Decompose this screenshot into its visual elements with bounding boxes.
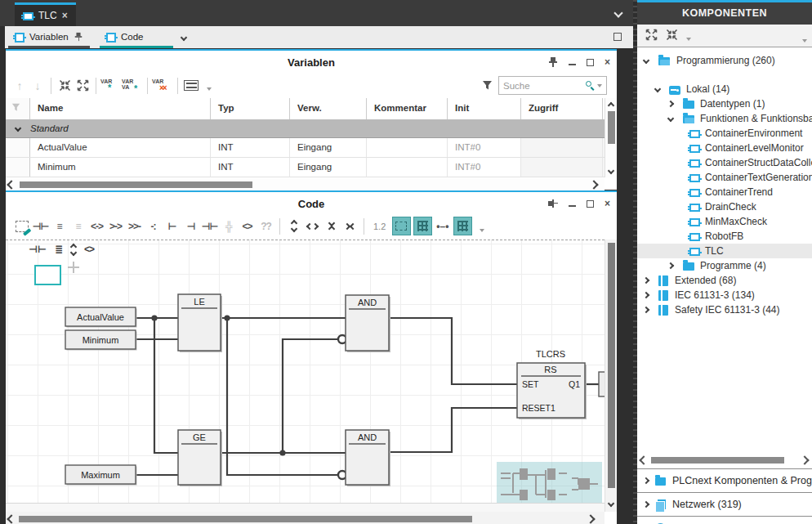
tree-item-containerstructdatacolle[interactable]: ContainerStructDataColle: [637, 155, 812, 170]
toolbar-overflow-chevron-icon[interactable]: [480, 229, 484, 232]
snap-grid-toggle[interactable]: [453, 217, 472, 235]
tab-close-icon[interactable]: ×: [62, 10, 68, 21]
tab-tlc[interactable]: TLC ×: [15, 2, 76, 26]
tree-item-robotfb[interactable]: RobotFB: [637, 229, 812, 244]
contact-open-button[interactable]: ⊢: [163, 217, 181, 236]
doc-tabs-chevron-icon[interactable]: [181, 34, 187, 41]
column-header-name[interactable]: Name: [30, 98, 211, 119]
tree-item-containertextgeneration[interactable]: ContainerTextGeneration: [637, 170, 812, 185]
fbd-canvas[interactable]: ⊣⊢ ≣ <>: [6, 240, 605, 512]
column-header-typ[interactable]: Typ: [211, 98, 290, 119]
sidebar-horizontal-scrollbar[interactable]: [637, 454, 812, 467]
scrollbar-thumb[interactable]: [651, 457, 784, 464]
filter-column-header[interactable]: [6, 98, 30, 119]
tree-item-containerenvironment[interactable]: ContainerEnvironment: [637, 126, 812, 141]
add-variable-button[interactable]: VAR*: [100, 77, 122, 95]
column-header-kommentar[interactable]: Kommentar: [367, 98, 448, 119]
tab-variablen[interactable]: Variablen: [8, 28, 90, 48]
connection-mode-button[interactable]: <->: [87, 217, 106, 236]
collapse-horizontal-button[interactable]: [341, 217, 359, 236]
row-handle[interactable]: [6, 158, 30, 177]
scroll-right-icon[interactable]: [586, 514, 595, 523]
row-handle[interactable]: [6, 138, 30, 157]
table-row[interactable]: Minimum INT Eingang INT#0: [6, 158, 617, 177]
expand-vertical-button[interactable]: [284, 217, 303, 236]
lines-icon[interactable]: ≣: [55, 244, 63, 255]
scrollbar-thumb[interactable]: [20, 181, 252, 188]
add-multiple-variables-button[interactable]: VARVA*: [122, 77, 143, 95]
column-header-verw[interactable]: Verw.: [290, 98, 367, 119]
group-collapse-chevron-icon[interactable]: [15, 125, 21, 132]
block-and-bottom[interactable]: AND: [346, 430, 390, 486]
chevron-right-icon[interactable]: [643, 501, 649, 508]
collapse-all-button[interactable]: [666, 29, 678, 43]
scroll-left-icon[interactable]: [7, 180, 16, 189]
contact-pair-icon[interactable]: ⊣⊢: [29, 244, 47, 255]
chevron-right-icon[interactable]: [643, 307, 649, 313]
block-and-top[interactable]: AND: [346, 295, 390, 352]
close-icon[interactable]: ×: [605, 198, 610, 209]
tree-item-programme[interactable]: Programme (4): [637, 258, 812, 273]
scrollbar-thumb[interactable]: [608, 243, 615, 488]
code-vertical-scrollbar[interactable]: [605, 240, 617, 512]
cell-kommentar[interactable]: [367, 158, 448, 177]
cell-name[interactable]: ActualValue: [30, 138, 211, 157]
toolbar-chevron-icon[interactable]: [686, 38, 691, 41]
pin-icon[interactable]: [74, 33, 83, 41]
input-variable-maximum[interactable]: Maximum: [65, 465, 137, 486]
scrollbar-thumb[interactable]: [19, 516, 472, 522]
block-ge[interactable]: GE: [178, 430, 222, 486]
column-header-init[interactable]: Init: [448, 98, 521, 119]
search-input[interactable]: [503, 81, 586, 91]
block-rs[interactable]: TLCRS RS SET Q1 RESET1: [517, 349, 587, 419]
collapse-all-button[interactable]: [56, 77, 74, 95]
search-options-chevron-icon[interactable]: [597, 84, 602, 87]
column-header-zugriff[interactable]: Zugriff: [521, 98, 603, 119]
tree-item-safety-iec61131[interactable]: Safety IEC 61131-3 (44): [637, 302, 812, 317]
minimize-icon[interactable]: [569, 205, 576, 207]
tree-item-datentypen[interactable]: Datentypen (1): [637, 96, 812, 111]
chevron-right-icon[interactable]: [643, 277, 649, 284]
chevron-right-icon[interactable]: [667, 101, 674, 107]
tab-code[interactable]: Code: [100, 28, 173, 48]
pin-icon[interactable]: [548, 199, 558, 208]
contact-pair-button[interactable]: ⊣⊢: [200, 217, 219, 236]
tree-item-funktionen[interactable]: Funktionen & Funktionsbaust: [637, 111, 812, 126]
toolbar-overflow-chevron-icon[interactable]: [207, 87, 212, 91]
cell-init[interactable]: INT#0: [448, 158, 521, 177]
maximize-icon[interactable]: [587, 200, 594, 208]
tab-list-chevron-icon[interactable]: [613, 8, 622, 17]
code-horizontal-scrollbar[interactable]: [6, 512, 605, 524]
chevron-down-icon[interactable]: [667, 115, 674, 122]
scroll-up-icon[interactable]: [608, 102, 614, 109]
move-anchor-icon[interactable]: [68, 262, 79, 273]
section-hmi[interactable]: HMI (37): [637, 516, 812, 524]
chevron-down-icon[interactable]: [654, 86, 661, 92]
scrollbar-thumb[interactable]: [608, 111, 615, 144]
tree-item-extended[interactable]: Extended (68): [637, 273, 812, 288]
block-grid-button[interactable]: ╬: [219, 217, 238, 236]
select-mode-button[interactable]: [12, 217, 31, 236]
grid-toggle[interactable]: [413, 217, 432, 235]
branch-right-button[interactable]: >->: [106, 217, 125, 236]
pin-icon[interactable]: [548, 57, 558, 67]
cell-zugriff[interactable]: [521, 158, 603, 177]
expand-vertical-icon[interactable]: [71, 244, 76, 255]
tree-item-iec61131[interactable]: IEC 61131-3 (134): [637, 288, 812, 302]
page-boundaries-toggle[interactable]: [392, 217, 411, 235]
chevron-right-icon[interactable]: [667, 262, 674, 269]
angle-brackets-icon[interactable]: <>: [84, 244, 94, 255]
tree-item-containerlevelmonitor[interactable]: ContainerLevelMonitor: [637, 141, 812, 155]
tree-item-containertrend[interactable]: ContainerTrend: [637, 185, 812, 199]
scroll-right-icon[interactable]: [800, 455, 809, 464]
block-le[interactable]: LE: [178, 294, 222, 352]
minimize-icon[interactable]: [569, 64, 576, 65]
assignment-button[interactable]: -:: [144, 217, 163, 236]
expand-all-button[interactable]: [645, 29, 658, 43]
scroll-right-icon[interactable]: [589, 180, 598, 189]
tree-item-programmierung[interactable]: Programmierung (260): [637, 53, 812, 68]
tree-item-lokal[interactable]: Lokal (14): [637, 82, 812, 96]
tree-item-minmaxcheck[interactable]: MinMaxCheck: [637, 214, 812, 229]
unknown-symbol-button[interactable]: ??: [257, 217, 275, 236]
tree-item-draincheck[interactable]: DrainCheck: [637, 199, 812, 214]
